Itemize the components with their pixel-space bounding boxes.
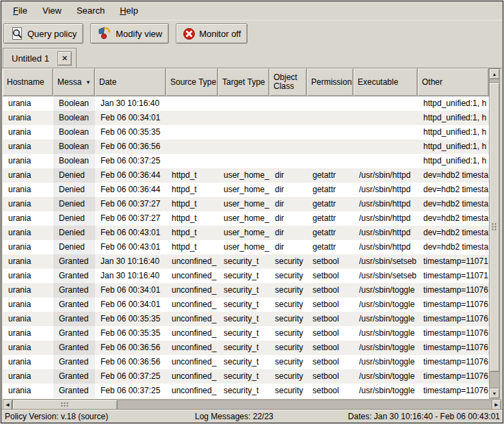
vscroll-grip-icon <box>492 223 497 231</box>
table-cell-permission: setbool <box>307 254 354 269</box>
menu-search[interactable]: Search <box>70 3 111 18</box>
table-cell-target-type: security_t <box>218 326 269 341</box>
table-row[interactable]: uraniaGrantedFeb 06 00:35:35unconfined_s… <box>3 326 489 341</box>
column-header-other[interactable]: Other <box>418 68 489 96</box>
table-cell-object-class: security <box>269 326 307 341</box>
table-cell-source-type: httpd_t <box>166 197 218 211</box>
sort-desc-icon: ▼ <box>85 78 91 87</box>
table-row[interactable]: uraniaGrantedFeb 06 00:34:01unconfined_s… <box>3 283 489 297</box>
table-row[interactable]: uraniaBooleanFeb 06 00:37:25httpd_unifie… <box>3 154 489 168</box>
table-cell-source-type: unconfined_ <box>166 384 218 398</box>
column-header-hostname[interactable]: Hostname <box>3 68 53 96</box>
table-cell-hostname: urania <box>3 226 53 240</box>
vscroll-track[interactable] <box>489 79 500 388</box>
table-cell-target-type <box>218 140 269 154</box>
scroll-up-button[interactable]: ▲ <box>489 68 500 79</box>
query-policy-button[interactable]: Query policy <box>3 23 83 44</box>
table-cell-message: Granted <box>53 384 95 398</box>
table-cell-target-type: security_t <box>218 283 269 297</box>
tab-untitled-1[interactable]: Untitled 1 ✕ <box>3 48 77 68</box>
table-row[interactable]: uraniaGrantedFeb 06 00:36:56unconfined_s… <box>3 355 489 369</box>
table-row[interactable]: uraniaDeniedFeb 06 00:37:27httpd_tuser_h… <box>3 197 489 211</box>
table-cell-hostname: urania <box>3 355 53 369</box>
table-cell-hostname: urania <box>3 326 53 341</box>
table-cell-executable: /usr/sbin/toggle <box>354 369 418 384</box>
column-header-permission[interactable]: Permission <box>307 68 354 96</box>
table-row[interactable]: uraniaBooleanFeb 06 00:36:56httpd_unifie… <box>3 140 489 154</box>
column-header-message[interactable]: Messa▼ <box>53 68 95 96</box>
table-cell-hostname: urania <box>3 140 53 154</box>
table-cell-executable: /usr/sbin/httpd <box>354 183 418 197</box>
table-cell-permission: getattr <box>307 211 354 226</box>
table-cell-object-class: security <box>269 254 307 269</box>
table-cell-target-type: security_t <box>218 254 269 269</box>
table-row[interactable]: uraniaBooleanJan 30 10:16:40httpd_unifie… <box>3 96 489 111</box>
table-cell-source-type: httpd_t <box>166 211 218 226</box>
vscroll-thumb[interactable] <box>489 82 500 372</box>
menu-view[interactable]: View <box>36 3 68 18</box>
table-cell-source-type: unconfined_ <box>166 269 218 283</box>
table-body: uraniaBooleanJan 30 10:16:40httpd_unifie… <box>3 96 489 398</box>
table-row[interactable]: uraniaGrantedFeb 06 00:37:25unconfined_s… <box>3 369 489 384</box>
table-cell-date: Jan 30 10:16:40 <box>95 269 166 283</box>
table-row[interactable]: uraniaDeniedFeb 06 00:36:44httpd_tuser_h… <box>3 168 489 183</box>
table-cell-message: Granted <box>53 341 95 355</box>
scroll-down-button[interactable]: ▼ <box>489 388 500 399</box>
table-row[interactable]: uraniaGrantedFeb 06 00:36:56unconfined_s… <box>3 341 489 355</box>
table-cell-other: timestamp=11076 <box>418 297 489 312</box>
table-cell-permission: getattr <box>307 240 354 254</box>
table-cell-object-class <box>269 96 307 111</box>
table-cell-target-type: user_home_ <box>218 183 269 197</box>
table-cell-date: Feb 06 00:37:25 <box>95 384 166 398</box>
vertical-scrollbar[interactable]: ▲ ▼ <box>489 68 500 399</box>
table-cell-other: dev=hdb2 timesta <box>418 183 489 197</box>
table-cell-target-type: security_t <box>218 341 269 355</box>
table-cell-other: httpd_unified:1, h <box>418 154 489 168</box>
column-header-date[interactable]: Date <box>95 68 166 96</box>
table-cell-object-class: dir <box>269 197 307 211</box>
table-cell-other: timestamp=11076 <box>418 341 489 355</box>
table-row[interactable]: uraniaGrantedFeb 06 00:37:25unconfined_s… <box>3 384 489 398</box>
table-row[interactable]: uraniaDeniedFeb 06 00:36:44httpd_tuser_h… <box>3 183 489 197</box>
column-header-executable[interactable]: Executable <box>354 68 418 96</box>
table-row[interactable]: uraniaDeniedFeb 06 00:43:01httpd_tuser_h… <box>3 226 489 240</box>
table-cell-source-type: httpd_t <box>166 168 218 183</box>
column-header-object-class[interactable]: Object Class <box>269 68 307 96</box>
table-cell-target-type: security_t <box>218 355 269 369</box>
table-row[interactable]: uraniaGrantedJan 30 10:16:40unconfined_s… <box>3 254 489 269</box>
menu-file[interactable]: File <box>7 3 34 18</box>
modify-view-button[interactable]: Modify view <box>90 23 169 44</box>
table-row[interactable]: uraniaBooleanFeb 06 00:34:01httpd_unifie… <box>3 111 489 125</box>
table-row[interactable]: uraniaBooleanFeb 06 00:35:35httpd_unifie… <box>3 125 489 140</box>
scroll-down-icon: ▼ <box>492 391 497 396</box>
menu-help[interactable]: Help <box>114 3 144 18</box>
table-cell-permission <box>307 140 354 154</box>
table-cell-executable: /usr/sbin/httpd <box>354 240 418 254</box>
table-cell-message: Granted <box>53 326 95 341</box>
table-cell-hostname: urania <box>3 254 53 269</box>
table-cell-object-class <box>269 140 307 154</box>
table-cell-executable: /usr/sbin/toggle <box>354 355 418 369</box>
table-cell-other: timestamp=11076 <box>418 312 489 326</box>
table-cell-hostname: urania <box>3 341 53 355</box>
table-cell-permission <box>307 154 354 168</box>
table-cell-other: timestamp=11071 <box>418 254 489 269</box>
column-header-target-type[interactable]: Target Type <box>218 68 269 96</box>
tab-close-button[interactable]: ✕ <box>57 51 72 66</box>
monitor-off-button[interactable]: Monitor off <box>176 23 248 44</box>
table-cell-permission: setbool <box>307 312 354 326</box>
table-cell-target-type: security_t <box>218 312 269 326</box>
table-cell-executable <box>354 111 418 125</box>
table-cell-source-type <box>166 96 218 111</box>
table-cell-target-type <box>218 154 269 168</box>
table-row[interactable]: uraniaGrantedJan 30 10:16:40unconfined_s… <box>3 269 489 283</box>
column-header-source-type[interactable]: Source Type <box>166 68 218 96</box>
table-row[interactable]: uraniaGrantedFeb 06 00:35:35unconfined_s… <box>3 312 489 326</box>
table-row[interactable]: uraniaDeniedFeb 06 00:37:27httpd_tuser_h… <box>3 211 489 226</box>
table-row[interactable]: uraniaGrantedFeb 06 00:34:01unconfined_s… <box>3 297 489 312</box>
table-cell-hostname: urania <box>3 96 53 111</box>
table-row[interactable]: uraniaDeniedFeb 06 00:43:01httpd_tuser_h… <box>3 240 489 254</box>
table-cell-object-class: security <box>269 341 307 355</box>
table-cell-date: Feb 06 00:43:01 <box>95 226 166 240</box>
table-cell-hostname: urania <box>3 384 53 398</box>
